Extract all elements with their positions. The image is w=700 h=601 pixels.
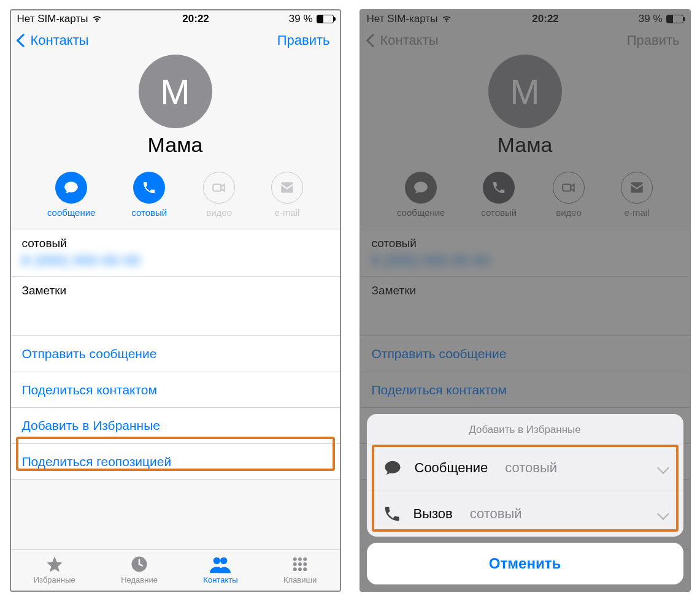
- action-sheet: Добавить в Избранные Сообщение сотовый В…: [367, 414, 683, 537]
- chevron-down-icon: [657, 462, 669, 474]
- sheet-call-label: Вызов: [413, 506, 453, 522]
- back-button[interactable]: Контакты: [13, 33, 89, 48]
- tab-contacts-label: Контакты: [203, 575, 237, 584]
- email-button[interactable]: e-mail: [271, 172, 303, 218]
- add-favorite-link[interactable]: Добавить в Избранные: [11, 408, 340, 444]
- keypad-icon: [290, 555, 310, 573]
- battery-icon: [317, 15, 334, 23]
- svg-point-10: [293, 567, 297, 571]
- mobile-label: сотовый: [22, 237, 329, 250]
- notes-label: Заметки: [22, 284, 329, 297]
- svg-point-5: [298, 557, 302, 561]
- battery-pct: 39 %: [289, 13, 313, 25]
- svg-point-8: [298, 562, 302, 566]
- message-label: сообщение: [47, 207, 95, 218]
- wifi-icon: [91, 15, 102, 23]
- tab-recents-label: Недавние: [121, 575, 158, 584]
- tab-recents[interactable]: Недавние: [121, 555, 158, 584]
- clock-icon: [129, 555, 150, 573]
- video-label: видео: [206, 207, 232, 218]
- notes-field[interactable]: Заметки: [11, 277, 340, 336]
- tab-contacts[interactable]: Контакты: [203, 555, 237, 584]
- nav-bar: Контакты Править: [11, 28, 340, 55]
- video-button[interactable]: видео: [203, 172, 235, 218]
- share-location-link[interactable]: Поделиться геопозицией: [11, 444, 340, 480]
- video-icon: [203, 172, 235, 204]
- contact-header: М Мама: [11, 55, 340, 166]
- modal-overlay[interactable]: Добавить в Избранные Сообщение сотовый В…: [361, 10, 690, 591]
- phone-icon: [383, 505, 401, 523]
- chevron-down-icon: [657, 508, 669, 520]
- chevron-left-icon: [16, 34, 30, 48]
- action-row: сообщение сотовый видео e-mail: [11, 166, 340, 229]
- cancel-button[interactable]: Отменить: [367, 543, 683, 584]
- contact-name: Мама: [11, 133, 340, 157]
- tab-keypad[interactable]: Клавиши: [283, 555, 317, 584]
- tab-favorites-label: Избранные: [34, 575, 75, 584]
- svg-rect-0: [213, 185, 221, 191]
- sheet-message-label: Сообщение: [415, 460, 488, 476]
- details-list: сотовый 8 (000) 000-00-00 Заметки Отправ…: [11, 229, 340, 480]
- sheet-call-sub: сотовый: [470, 506, 522, 522]
- message-icon: [55, 172, 87, 204]
- phone-left: Нет SIM-карты 20:22 39 % Контакты Правит…: [10, 9, 341, 592]
- edit-button[interactable]: Править: [277, 33, 334, 48]
- call-label: сотовый: [131, 207, 167, 218]
- svg-point-7: [293, 562, 297, 566]
- phone-right: Нет SIM-карты 20:22 39 % Контакты Правит…: [360, 9, 691, 592]
- sheet-message-sub: сотовый: [505, 460, 557, 476]
- back-label: Контакты: [31, 33, 89, 48]
- share-contact-link[interactable]: Поделиться контактом: [11, 372, 340, 408]
- carrier-text: Нет SIM-карты: [17, 13, 88, 25]
- avatar: М: [139, 55, 212, 128]
- mobile-field[interactable]: сотовый 8 (000) 000-00-00: [11, 229, 340, 277]
- phone-icon: [133, 172, 165, 204]
- send-message-link[interactable]: Отправить сообщение: [11, 336, 340, 372]
- clock: 20:22: [182, 13, 209, 25]
- star-icon: [44, 555, 65, 573]
- email-label: e-mail: [275, 207, 300, 218]
- svg-point-4: [293, 557, 297, 561]
- sheet-option-message[interactable]: Сообщение сотовый: [367, 445, 683, 491]
- contacts-icon: [210, 555, 231, 573]
- status-bar: Нет SIM-карты 20:22 39 %: [11, 10, 340, 28]
- mobile-number: 8 (000) 000-00-00: [22, 253, 329, 269]
- svg-point-3: [220, 557, 227, 564]
- tab-favorites[interactable]: Избранные: [34, 555, 75, 584]
- svg-point-6: [303, 557, 307, 561]
- tab-keypad-label: Клавиши: [283, 575, 317, 584]
- avatar-initial: М: [160, 71, 190, 112]
- svg-point-2: [213, 557, 220, 564]
- message-icon: [383, 459, 402, 477]
- message-button[interactable]: сообщение: [47, 172, 95, 218]
- svg-point-11: [298, 567, 302, 571]
- call-button[interactable]: сотовый: [131, 172, 167, 218]
- svg-point-12: [303, 567, 307, 571]
- sheet-option-call[interactable]: Вызов сотовый: [367, 491, 683, 537]
- sheet-title: Добавить в Избранные: [367, 414, 683, 445]
- email-icon: [271, 172, 303, 204]
- svg-point-9: [303, 562, 307, 566]
- tab-bar: Избранные Недавние Контакты Клавиши: [11, 549, 340, 591]
